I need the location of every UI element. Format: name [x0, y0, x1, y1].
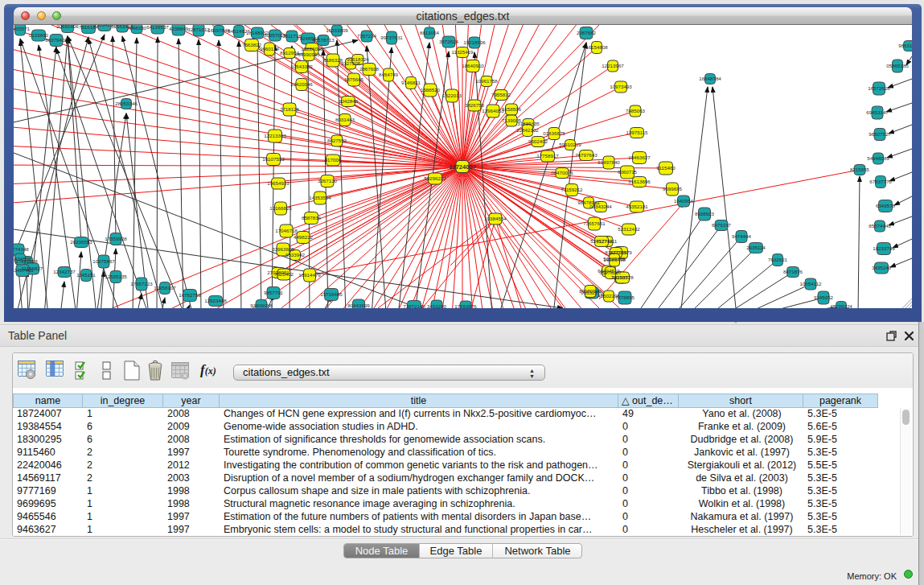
svg-text:73872148: 73872148 [403, 303, 425, 308]
svg-text:4238849: 4238849 [169, 26, 189, 31]
svg-text:1322013: 1322013 [442, 93, 462, 98]
svg-text:22842102: 22842102 [516, 127, 539, 133]
svg-text:17359928: 17359928 [105, 236, 127, 241]
svg-text:1640954: 1640954 [674, 198, 694, 204]
svg-text:19986798: 19986798 [603, 257, 626, 262]
svg-text:2718126: 2718126 [280, 106, 300, 112]
svg-text:1145191: 1145191 [76, 272, 96, 278]
svg-text:9699695: 9699695 [663, 186, 683, 192]
svg-text:46578713: 46578713 [312, 37, 335, 43]
svg-text:18233749: 18233749 [873, 245, 895, 251]
svg-text:1588520: 1588520 [421, 87, 441, 93]
svg-text:19166825: 19166825 [269, 205, 292, 211]
svg-text:6060715: 6060715 [618, 169, 638, 175]
svg-text:9146821: 9146821 [401, 80, 421, 85]
svg-text:17957223: 17957223 [130, 281, 153, 286]
svg-text:8427552: 8427552 [327, 138, 347, 143]
svg-text:9474444: 9474444 [732, 233, 752, 239]
svg-text:54948083: 54948083 [867, 155, 889, 161]
svg-text:15226058: 15226058 [301, 46, 323, 51]
svg-text:05865185: 05865185 [886, 63, 909, 68]
svg-text:9245052: 9245052 [814, 295, 834, 300]
svg-text:76797643: 76797643 [575, 152, 598, 158]
svg-text:12923448: 12923448 [204, 298, 227, 303]
svg-text:8215955: 8215955 [850, 167, 870, 172]
svg-text:16648784: 16648784 [699, 76, 721, 81]
svg-text:10543382: 10543382 [290, 64, 313, 69]
svg-text:10961758: 10961758 [475, 78, 498, 84]
svg-text:93618324: 93618324 [347, 56, 369, 62]
svg-text:52717744: 52717744 [590, 238, 613, 244]
svg-text:96631931: 96631931 [898, 43, 912, 48]
svg-text:12505135: 12505135 [105, 274, 127, 279]
svg-text:71159212: 71159212 [561, 187, 583, 192]
svg-text:20206553: 20206553 [70, 239, 92, 245]
svg-text:52312432: 52312432 [618, 226, 640, 232]
svg-text:8454749: 8454749 [379, 72, 399, 77]
svg-text:16697848: 16697848 [207, 27, 230, 33]
svg-text:9857791: 9857791 [264, 290, 284, 295]
svg-text:00343244: 00343244 [589, 204, 612, 209]
svg-text:45502296: 45502296 [598, 293, 620, 299]
svg-text:31839335: 31839335 [517, 121, 540, 126]
svg-text:08470076: 08470076 [551, 170, 573, 175]
svg-text:3433200: 3433200 [427, 303, 447, 308]
svg-text:8938923: 8938923 [695, 211, 715, 216]
svg-text:16033809: 16033809 [326, 27, 348, 33]
svg-text:17758917: 17758917 [536, 153, 559, 159]
svg-text:53487401: 53487401 [14, 267, 34, 273]
svg-text:15716485: 15716485 [320, 291, 343, 297]
svg-text:45299124: 45299124 [830, 303, 852, 308]
svg-text:71434558: 71434558 [14, 256, 31, 262]
svg-text:2867608: 2867608 [359, 66, 380, 72]
svg-text:01836675: 01836675 [543, 130, 565, 136]
svg-text:10654112: 10654112 [799, 281, 822, 286]
svg-text:20691406: 20691406 [56, 25, 79, 29]
svg-text:33963605: 33963605 [272, 246, 294, 252]
svg-text:19654923: 19654923 [267, 180, 290, 186]
svg-text:9502402: 9502402 [528, 138, 548, 144]
svg-text:67837770: 67837770 [869, 179, 892, 184]
svg-text:59296222: 59296222 [424, 175, 446, 181]
svg-text:16107553: 16107553 [262, 156, 285, 162]
svg-text:10975867: 10975867 [92, 258, 115, 264]
svg-text:16782759: 16782759 [179, 292, 201, 298]
svg-text:69453147: 69453147 [866, 109, 889, 115]
svg-text:32871012: 32871012 [187, 27, 210, 32]
svg-text:86379402: 86379402 [45, 37, 68, 43]
svg-text:3826758: 3826758 [465, 102, 485, 108]
svg-text:8587834: 8587834 [302, 215, 322, 220]
svg-text:7625402: 7625402 [274, 271, 294, 277]
svg-text:17693676: 17693676 [454, 303, 477, 308]
svg-text:8813054: 8813054 [420, 30, 440, 35]
svg-text:4498222: 4498222 [294, 234, 314, 240]
svg-text:18640910: 18640910 [462, 63, 484, 68]
svg-text:96507527: 96507527 [869, 131, 891, 137]
svg-text:17046718: 17046718 [275, 228, 298, 233]
svg-text:3435240: 3435240 [872, 265, 892, 270]
svg-text:19384554: 19384554 [484, 216, 507, 221]
svg-text:14353594: 14353594 [309, 195, 331, 200]
svg-text:80443699: 80443699 [347, 303, 370, 308]
svg-text:45352181: 45352181 [626, 204, 648, 209]
svg-text:417006: 417006 [325, 157, 342, 163]
svg-text:10958107: 10958107 [154, 285, 176, 290]
svg-text:18203778: 18203778 [611, 274, 634, 280]
svg-text:64990913: 64990913 [298, 51, 320, 57]
svg-text:9660124: 9660124 [260, 46, 280, 51]
svg-text:6479197: 6479197 [712, 222, 732, 228]
svg-text:1405571: 1405571 [14, 26, 31, 31]
svg-text:7485063: 7485063 [626, 108, 646, 113]
svg-text:59910229: 59910229 [559, 142, 581, 147]
svg-text:7663822: 7663822 [242, 42, 262, 47]
svg-text:93406088: 93406088 [250, 303, 273, 308]
svg-text:99737631: 99737631 [380, 35, 403, 40]
svg-text:64139537: 64139537 [146, 25, 169, 30]
svg-text:2087682: 2087682 [577, 30, 597, 35]
svg-text:16914479: 16914479 [298, 272, 321, 278]
svg-text:9533942: 9533942 [285, 252, 306, 257]
svg-text:7648350: 7648350 [127, 25, 147, 31]
svg-text:8471876: 8471876 [783, 269, 803, 274]
svg-text:7632621: 7632621 [768, 257, 788, 262]
svg-text:3267130: 3267130 [318, 178, 338, 183]
